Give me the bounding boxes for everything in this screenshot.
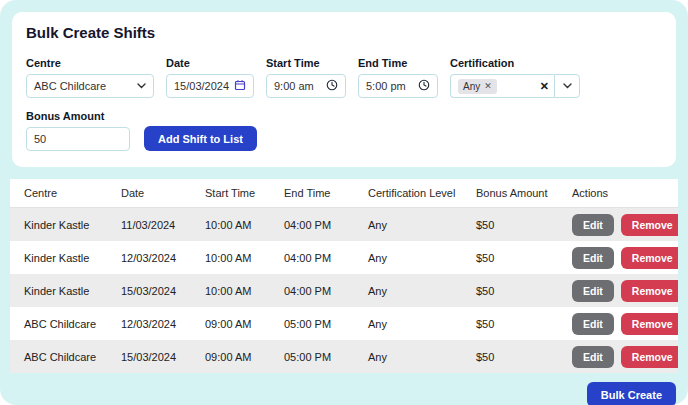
add-shift-button[interactable]: Add Shift to List xyxy=(144,126,257,151)
table-header: Centre Date Start Time End Time Certific… xyxy=(10,179,678,208)
date-field[interactable] xyxy=(166,74,254,98)
cell-actions: Edit Remove xyxy=(558,241,678,274)
cell-certification-level: Any xyxy=(354,208,462,242)
cell-centre: ABC Childcare xyxy=(10,307,107,340)
cell-actions: Edit Remove xyxy=(558,208,678,241)
start-time-field[interactable] xyxy=(266,74,346,98)
footer: Bulk Create xyxy=(12,382,676,405)
bonus-amount-label: Bonus Amount xyxy=(26,110,130,122)
cell-bonus-amount: $50 xyxy=(462,274,558,307)
chevron-down-icon xyxy=(137,83,146,89)
cell-date: 12/03/2024 xyxy=(107,307,191,340)
cell-bonus-amount: $50 xyxy=(462,208,558,242)
bonus-amount-input[interactable] xyxy=(34,133,122,145)
tag-remove-icon[interactable]: ✕ xyxy=(484,81,492,91)
start-time-label: Start Time xyxy=(266,57,346,69)
table-row: Kinder Kastle 15/03/2024 10:00 AM 04:00 … xyxy=(10,274,678,307)
cell-actions: Edit Remove xyxy=(558,274,678,307)
end-time-label: End Time xyxy=(358,57,438,69)
cell-bonus-amount: $50 xyxy=(462,307,558,340)
shift-table-body: Kinder Kastle 11/03/2024 10:00 AM 04:00 … xyxy=(10,208,678,374)
cell-date: 15/03/2024 xyxy=(107,340,191,373)
date-input[interactable] xyxy=(174,80,229,92)
centre-select-value: ABC Childcare xyxy=(34,80,106,92)
cell-end-time: 04:00 PM xyxy=(270,241,354,274)
remove-button[interactable]: Remove xyxy=(621,214,678,236)
clock-icon[interactable] xyxy=(418,79,430,93)
centre-select[interactable]: ABC Childcare xyxy=(26,74,154,98)
table-row: Kinder Kastle 11/03/2024 10:00 AM 04:00 … xyxy=(10,208,678,242)
date-label: Date xyxy=(166,57,254,69)
header-certification-level: Certification Level xyxy=(354,179,462,208)
table-row: ABC Childcare 15/03/2024 09:00 AM 05:00 … xyxy=(10,340,678,373)
cell-certification-level: Any xyxy=(354,340,462,373)
cell-start-time: 09:00 AM xyxy=(191,307,270,340)
cell-bonus-amount: $50 xyxy=(462,241,558,274)
cell-end-time: 04:00 PM xyxy=(270,274,354,307)
cell-certification-level: Any xyxy=(354,274,462,307)
start-time-group: Start Time xyxy=(266,57,346,98)
header-centre: Centre xyxy=(10,179,107,208)
cell-start-time: 09:00 AM xyxy=(191,340,270,373)
centre-group: Centre ABC Childcare xyxy=(26,57,154,98)
cell-start-time: 10:00 AM xyxy=(191,208,270,242)
cell-certification-level: Any xyxy=(354,241,462,274)
certification-dropdown-toggle[interactable] xyxy=(554,74,580,98)
cell-bonus-amount: $50 xyxy=(462,340,558,373)
table-row: Kinder Kastle 12/03/2024 10:00 AM 04:00 … xyxy=(10,241,678,274)
certification-group: Certification Any ✕ ✕ xyxy=(450,57,580,98)
clock-icon[interactable] xyxy=(326,79,338,93)
certification-tag: Any ✕ xyxy=(458,79,497,94)
end-time-field[interactable] xyxy=(358,74,438,98)
chevron-down-icon xyxy=(563,83,572,89)
calendar-icon[interactable] xyxy=(234,79,246,93)
edit-button[interactable]: Edit xyxy=(572,346,614,368)
form-row: Centre ABC Childcare Date xyxy=(26,57,662,98)
cell-actions: Edit Remove xyxy=(558,307,678,340)
header-bonus-amount: Bonus Amount xyxy=(462,179,558,208)
end-time-input[interactable] xyxy=(366,80,413,92)
date-group: Date xyxy=(166,57,254,98)
bonus-row: Bonus Amount Add Shift to List xyxy=(26,110,662,151)
table-row: ABC Childcare 12/03/2024 09:00 AM 05:00 … xyxy=(10,307,678,340)
start-time-input[interactable] xyxy=(274,80,321,92)
cell-centre: Kinder Kastle xyxy=(10,274,107,307)
cell-centre: ABC Childcare xyxy=(10,340,107,373)
cell-end-time: 04:00 PM xyxy=(270,208,354,242)
cell-date: 15/03/2024 xyxy=(107,274,191,307)
header-start-time: Start Time xyxy=(191,179,270,208)
cell-actions: Edit Remove xyxy=(558,340,678,373)
cell-certification-level: Any xyxy=(354,307,462,340)
edit-button[interactable]: Edit xyxy=(572,247,614,269)
header-end-time: End Time xyxy=(270,179,354,208)
bonus-amount-field[interactable] xyxy=(26,127,130,151)
certification-field[interactable]: Any ✕ ✕ xyxy=(450,74,554,98)
cell-date: 11/03/2024 xyxy=(107,208,191,242)
centre-label: Centre xyxy=(26,57,154,69)
cell-end-time: 05:00 PM xyxy=(270,340,354,373)
cell-start-time: 10:00 AM xyxy=(191,241,270,274)
form-card: Bulk Create Shifts Centre ABC Childcare … xyxy=(12,12,676,167)
edit-button[interactable]: Edit xyxy=(572,214,614,236)
end-time-group: End Time xyxy=(358,57,438,98)
remove-button[interactable]: Remove xyxy=(621,313,678,335)
cell-centre: Kinder Kastle xyxy=(10,241,107,274)
shift-table: Centre Date Start Time End Time Certific… xyxy=(10,179,678,373)
page-title: Bulk Create Shifts xyxy=(26,24,662,41)
cell-date: 12/03/2024 xyxy=(107,241,191,274)
certification-multiselect[interactable]: Any ✕ ✕ xyxy=(450,74,580,98)
cell-start-time: 10:00 AM xyxy=(191,274,270,307)
cell-centre: Kinder Kastle xyxy=(10,208,107,242)
remove-button[interactable]: Remove xyxy=(621,247,678,269)
bulk-create-shifts-page: Bulk Create Shifts Centre ABC Childcare … xyxy=(0,0,688,405)
remove-button[interactable]: Remove xyxy=(621,280,678,302)
clear-icon[interactable]: ✕ xyxy=(540,80,549,93)
edit-button[interactable]: Edit xyxy=(572,280,614,302)
certification-label: Certification xyxy=(450,57,580,69)
edit-button[interactable]: Edit xyxy=(572,313,614,335)
header-actions: Actions xyxy=(558,179,678,208)
remove-button[interactable]: Remove xyxy=(621,346,678,368)
header-date: Date xyxy=(107,179,191,208)
bulk-create-button[interactable]: Bulk Create xyxy=(587,382,676,405)
cell-end-time: 05:00 PM xyxy=(270,307,354,340)
